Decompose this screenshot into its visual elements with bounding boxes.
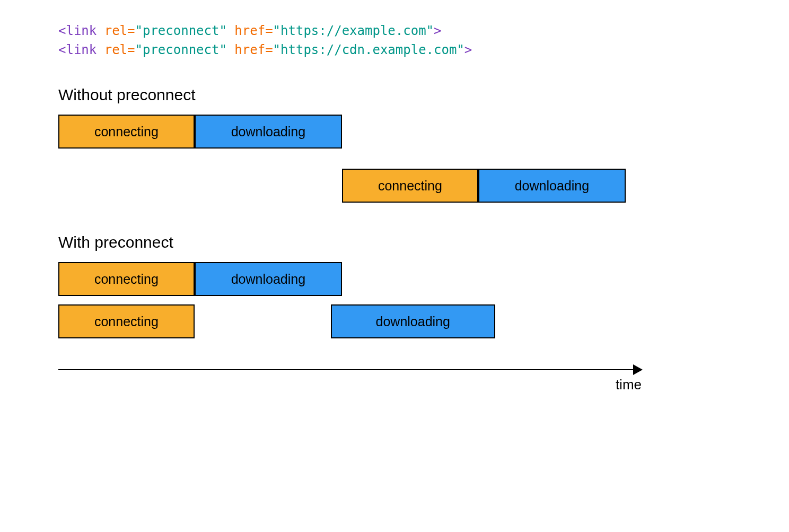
timeline-without-preconnect: connectingdownloadingconnectingdownloadi… — [58, 115, 731, 207]
downloading-bar: downloading — [195, 115, 342, 149]
tag-close: > — [464, 42, 472, 57]
downloading-bar: downloading — [331, 304, 495, 338]
timeline-row: connectingdownloading — [58, 169, 626, 207]
attr-rel: rel= — [97, 23, 135, 38]
code-line-1: <link rel="preconnect" href="https://exa… — [58, 21, 731, 40]
connecting-bar: connecting — [58, 115, 195, 149]
timeline-with-preconnect: connectingdownloadingconnectingdownloadi… — [58, 262, 731, 343]
downloading-bar: downloading — [195, 262, 342, 296]
attr-rel-val: "preconnect" — [135, 42, 227, 57]
attr-rel: rel= — [97, 42, 135, 57]
axis-line — [58, 369, 642, 370]
tag-open: <link — [58, 42, 97, 57]
attr-href: href= — [227, 23, 273, 38]
attr-href-val: "https://cdn.example.com" — [273, 42, 464, 57]
tag-open: <link — [58, 23, 97, 38]
timeline-row: connectingdownloading — [58, 262, 626, 300]
heading-with-preconnect: With preconnect — [58, 233, 731, 251]
connecting-bar: connecting — [58, 262, 195, 296]
connecting-bar: connecting — [342, 169, 478, 203]
arrow-right-icon — [633, 364, 643, 375]
attr-href: href= — [227, 42, 273, 57]
code-line-2: <link rel="preconnect" href="https://cdn… — [58, 40, 731, 59]
time-axis: time — [58, 369, 642, 370]
attr-href-val: "https://example.com" — [273, 23, 434, 38]
downloading-bar: downloading — [478, 169, 626, 203]
heading-without-preconnect: Without preconnect — [58, 86, 731, 104]
code-snippet: <link rel="preconnect" href="https://exa… — [58, 21, 731, 59]
timeline-row: connectingdownloading — [58, 304, 626, 343]
timeline-row: connectingdownloading — [58, 115, 626, 153]
attr-rel-val: "preconnect" — [135, 23, 227, 38]
tag-close: > — [434, 23, 441, 38]
connecting-bar: connecting — [58, 304, 195, 338]
axis-label: time — [616, 377, 642, 391]
